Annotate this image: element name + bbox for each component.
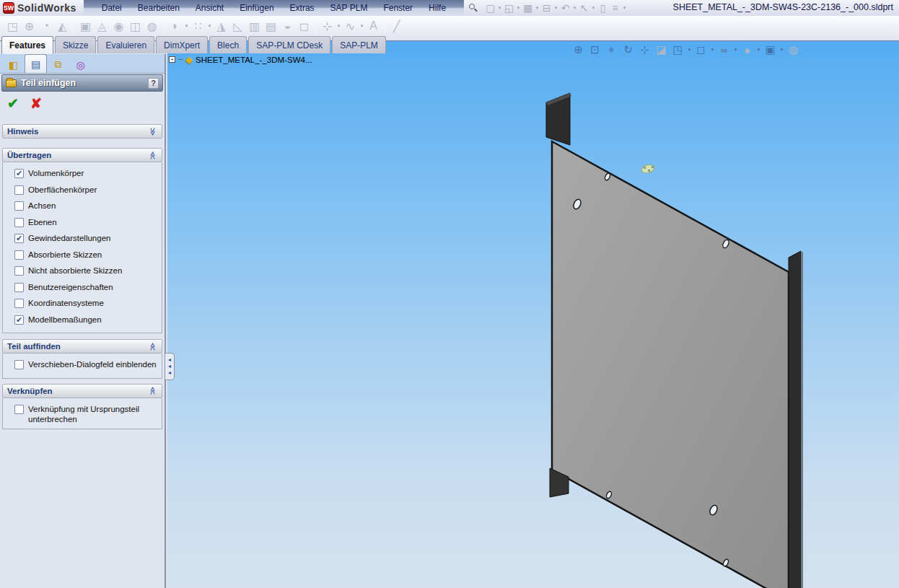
tab-blech[interactable]: Blech: [209, 36, 247, 53]
tab-evaluieren[interactable]: Evaluieren: [97, 36, 154, 53]
dome-icon[interactable]: ◒: [279, 19, 296, 32]
panel-splitter-handle[interactable]: ◂ ◂ ◂: [165, 353, 175, 380]
view-settings-icon[interactable]: ◍: [785, 43, 802, 57]
draft-icon[interactable]: ◺: [229, 19, 246, 33]
tab-sap-plm-cdesk[interactable]: SAP-PLM CDesk: [248, 36, 330, 53]
menu-bearbeiten[interactable]: Bearbeiten: [130, 3, 188, 13]
expand-chevron-icon[interactable]: ≫: [149, 127, 158, 136]
print-document-icon[interactable]: ⊟: [540, 2, 553, 14]
appearance-dropdown-icon[interactable]: ▾: [755, 47, 762, 53]
shell-icon[interactable]: ▥: [246, 19, 263, 33]
open-dropdown-icon[interactable]: ▾: [515, 5, 522, 11]
lofted-boss-icon[interactable]: ◭: [54, 19, 71, 33]
extruded-boss-icon[interactable]: ◳: [4, 19, 21, 33]
hole-wizard-icon[interactable]: ◬: [94, 19, 110, 33]
checkbox-verknuepfung-unterbrechen[interactable]: [14, 405, 24, 414]
save-document-icon[interactable]: ▦: [522, 2, 534, 14]
checkbox-ebenen[interactable]: [14, 218, 24, 227]
checkbox-absorbierte-skizzen[interactable]: [14, 250, 24, 260]
menu-datei[interactable]: Datei: [94, 3, 130, 13]
ok-button[interactable]: ✔: [7, 97, 19, 110]
checkbox-verschieben-dialogfeld[interactable]: [14, 360, 24, 369]
pattern-dropdown-icon[interactable]: ▾: [206, 23, 213, 29]
tab-configuration-manager[interactable]: ⧉: [47, 56, 69, 73]
apply-scene-icon[interactable]: ▣: [762, 43, 779, 57]
rib-icon[interactable]: ◮: [213, 19, 229, 33]
select-dropdown-icon[interactable]: ▾: [590, 5, 597, 11]
refgeo-dropdown-icon[interactable]: ▾: [336, 23, 342, 29]
new-document-icon[interactable]: ▢: [484, 2, 496, 14]
menu-hilfe[interactable]: Hilfe: [421, 3, 454, 13]
options-list-icon[interactable]: ≡: [609, 2, 621, 14]
graphics-viewport[interactable]: ⊕ ⊡ ⌖ ↻ ⊹ ◪ ◳▾ ◻▾ ∞▾ ●▾ ▣▾ ◍ + ◆ SHEET_M…: [167, 41, 899, 588]
menu-ansicht[interactable]: Ansicht: [188, 3, 232, 13]
collapse-chevron-icon[interactable]: ≫: [149, 342, 158, 351]
open-document-icon[interactable]: ◱: [503, 2, 515, 14]
hide-show-dropdown-icon[interactable]: ▾: [732, 47, 739, 53]
lofted-cut-icon[interactable]: ◍: [144, 19, 160, 33]
group-teil-auffinden-header[interactable]: Teil auffinden ≫: [2, 339, 162, 354]
edit-appearance-icon[interactable]: ●: [739, 43, 755, 57]
collapse-chevron-icon[interactable]: ≫: [149, 387, 158, 395]
checkbox-benutzereigenschaften[interactable]: [14, 283, 24, 292]
checkbox-gewindedarstellungen[interactable]: ✔: [14, 234, 24, 243]
view-orientation-icon[interactable]: ◳: [670, 43, 686, 57]
extruded-cut-icon[interactable]: ▣: [77, 19, 94, 33]
menu-extras[interactable]: Extras: [282, 3, 323, 13]
display-style-dropdown-icon[interactable]: ▾: [709, 47, 716, 53]
cancel-button[interactable]: ✘: [30, 97, 42, 110]
collapse-chevron-icon[interactable]: ≫: [149, 151, 158, 159]
save-dropdown-icon[interactable]: ▾: [534, 5, 540, 11]
tab-skizze[interactable]: Skizze: [55, 36, 96, 53]
zoom-to-selection-icon[interactable]: ⌖: [603, 43, 620, 57]
help-button[interactable]: ?: [148, 78, 159, 89]
print-dropdown-icon[interactable]: ▾: [553, 5, 559, 11]
menu-fenster[interactable]: Fenster: [375, 3, 421, 13]
view-orientation-dropdown-icon[interactable]: ▾: [686, 47, 693, 53]
sheet-metal-model[interactable]: [167, 41, 899, 588]
tab-dimxpert[interactable]: DimXpert: [156, 36, 208, 53]
tab-sap-plm[interactable]: SAP-PLM: [332, 36, 386, 53]
pan-view-icon[interactable]: ⊹: [636, 43, 653, 57]
group-hinweis-header[interactable]: Hinweis ≫: [2, 124, 162, 139]
tree-expand-icon[interactable]: +: [169, 56, 175, 63]
menu-pin-icon[interactable]: [468, 4, 477, 12]
reference-geometry-icon[interactable]: ⊹: [319, 19, 336, 33]
curves-dropdown-icon[interactable]: ▾: [359, 23, 365, 29]
menu-einfuegen[interactable]: Einfügen: [232, 3, 281, 13]
select-pointer-icon[interactable]: ↖: [578, 2, 590, 14]
group-uebertragen-header[interactable]: Übertragen ≫: [2, 148, 162, 162]
zoom-to-area-icon[interactable]: ⊡: [587, 43, 603, 57]
curves-icon[interactable]: ∿: [342, 19, 359, 33]
tab-property-manager[interactable]: ▤: [25, 54, 47, 73]
display-style-icon[interactable]: ◻: [693, 43, 709, 57]
section-view-icon[interactable]: ◪: [653, 43, 670, 57]
options-dropdown-icon[interactable]: ▾: [621, 5, 628, 11]
tab-display-manager[interactable]: [92, 56, 114, 73]
new-dropdown-icon[interactable]: ▾: [496, 5, 503, 11]
instant3d-icon[interactable]: ╱: [388, 19, 405, 33]
wrap-icon[interactable]: ◻: [296, 19, 312, 33]
text-icon[interactable]: A: [365, 19, 382, 32]
checkbox-koordinatensysteme[interactable]: [14, 299, 24, 308]
checkbox-achsen[interactable]: [14, 201, 24, 211]
revolved-cut-icon[interactable]: ◉: [110, 19, 127, 33]
checkbox-modellbemassungen[interactable]: ✔: [14, 315, 24, 325]
linear-pattern-icon[interactable]: ∷: [190, 19, 206, 33]
menu-sap-plm[interactable]: SAP PLM: [323, 3, 376, 13]
rotate-view-icon[interactable]: ↻: [620, 43, 636, 57]
revolved-boss-icon[interactable]: ⊕: [21, 19, 38, 33]
undo-icon[interactable]: ↶: [559, 2, 571, 14]
fillet-dropdown-icon[interactable]: ▾: [183, 23, 190, 29]
swept-cut-icon[interactable]: ◫: [127, 19, 144, 33]
swept-boss-icon[interactable]: ◔: [38, 19, 54, 32]
group-verknuepfen-header[interactable]: Verknüpfen ≫: [2, 384, 162, 398]
tree-part-name[interactable]: SHEET_METAL_-_3DM-SW4...: [196, 56, 312, 64]
undo-dropdown-icon[interactable]: ▾: [571, 5, 578, 11]
mirror-icon[interactable]: ▤: [263, 19, 279, 33]
checkbox-nicht-absorbierte-skizzen[interactable]: [14, 266, 24, 276]
properties-icon[interactable]: ▯: [597, 2, 609, 14]
scene-dropdown-icon[interactable]: ▾: [779, 47, 785, 53]
checkbox-oberflaechenkoerper[interactable]: [14, 185, 24, 195]
checkbox-volumenkoerper[interactable]: ✔: [14, 169, 24, 178]
